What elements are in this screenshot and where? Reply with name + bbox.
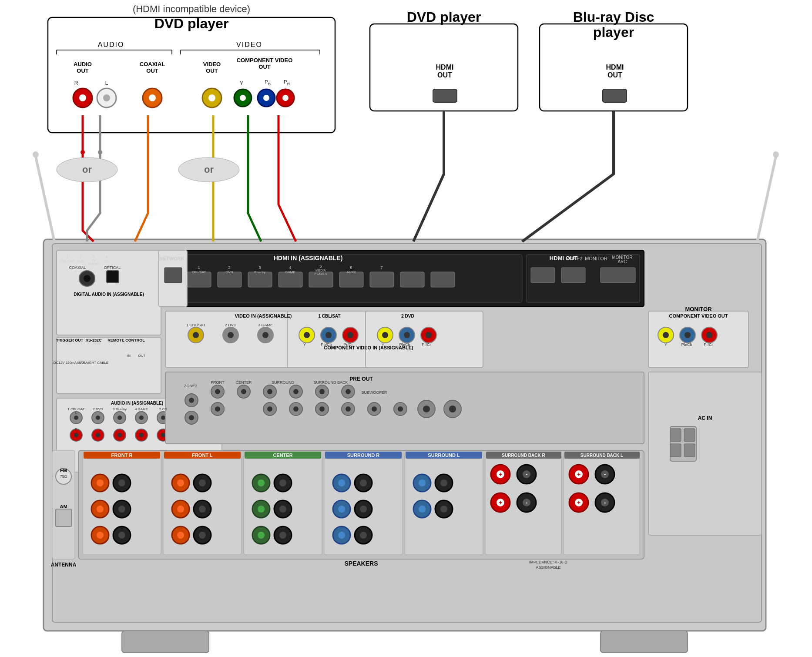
svg-text:player: player — [593, 24, 634, 40]
svg-text:2 DVD: 2 DVD — [225, 323, 237, 327]
svg-rect-209 — [56, 509, 71, 526]
svg-rect-14 — [52, 244, 762, 622]
svg-text:3: 3 — [92, 255, 94, 259]
svg-point-170 — [355, 526, 372, 544]
svg-rect-23 — [339, 272, 363, 287]
svg-point-188 — [491, 493, 510, 512]
svg-point-144 — [194, 526, 211, 544]
svg-point-231 — [282, 95, 289, 101]
svg-text:+: + — [577, 471, 580, 478]
svg-rect-146 — [244, 455, 322, 555]
svg-rect-120 — [83, 455, 161, 555]
svg-rect-22 — [309, 272, 333, 287]
svg-text:VIDEO: VIDEO — [236, 41, 262, 48]
svg-point-158 — [279, 532, 286, 539]
svg-text:SUBWOOFER: SUBWOOFER — [361, 390, 387, 395]
svg-text:-: - — [604, 499, 606, 506]
svg-rect-217 — [601, 631, 688, 653]
svg-point-66 — [70, 429, 82, 441]
svg-point-32 — [84, 275, 91, 282]
svg-text:+: + — [577, 499, 580, 506]
svg-text:MONITOR: MONITOR — [585, 256, 607, 261]
svg-text:L: L — [105, 80, 108, 86]
svg-point-58 — [680, 327, 695, 343]
svg-point-75 — [117, 433, 122, 437]
svg-point-168 — [333, 526, 350, 544]
svg-point-204 — [595, 493, 614, 512]
svg-point-57 — [663, 332, 669, 338]
svg-text:P: P — [265, 79, 268, 84]
svg-point-150 — [279, 479, 286, 486]
svg-point-53 — [421, 327, 436, 343]
svg-point-237 — [98, 150, 102, 154]
svg-point-92 — [215, 406, 220, 412]
svg-point-202 — [575, 499, 583, 506]
svg-point-169 — [338, 532, 345, 539]
svg-point-155 — [252, 526, 270, 544]
svg-point-11 — [33, 151, 39, 158]
svg-point-13 — [773, 151, 779, 158]
svg-point-49 — [377, 327, 393, 343]
svg-point-56 — [658, 327, 674, 343]
svg-point-154 — [279, 506, 286, 513]
svg-point-149 — [274, 474, 292, 492]
svg-point-37 — [223, 327, 238, 343]
svg-point-135 — [177, 479, 184, 486]
svg-text:HDMI: HDMI — [436, 64, 454, 71]
svg-rect-133 — [163, 455, 242, 555]
svg-point-90 — [215, 389, 220, 394]
svg-rect-232 — [433, 89, 457, 102]
svg-point-43 — [304, 332, 310, 338]
svg-point-224 — [202, 88, 221, 107]
svg-point-131 — [113, 526, 131, 544]
svg-rect-63 — [57, 398, 222, 472]
svg-point-93 — [237, 385, 250, 398]
svg-point-87 — [185, 411, 198, 424]
svg-rect-24 — [370, 272, 394, 287]
svg-text:CENTER: CENTER — [235, 380, 252, 385]
svg-point-137 — [199, 479, 206, 486]
svg-point-98 — [267, 406, 272, 412]
svg-rect-17 — [527, 255, 640, 302]
svg-rect-215 — [684, 444, 695, 457]
svg-point-88 — [189, 415, 194, 420]
svg-point-82 — [157, 429, 169, 441]
svg-rect-3 — [540, 24, 688, 111]
svg-text:3 GAME: 3 GAME — [258, 323, 273, 327]
svg-text:4: 4 — [105, 255, 107, 259]
svg-rect-62 — [57, 337, 161, 394]
svg-rect-181 — [485, 455, 561, 555]
svg-point-116 — [423, 406, 430, 412]
svg-text:COAXIAL: COAXIAL — [140, 61, 165, 67]
svg-point-160 — [333, 474, 350, 492]
svg-text:ZONE2: ZONE2 — [567, 256, 583, 261]
svg-text:OUT: OUT — [146, 67, 158, 74]
svg-line-12 — [757, 157, 776, 241]
svg-point-31 — [79, 271, 95, 286]
svg-text:OUT: OUT — [138, 354, 146, 358]
svg-text:SURROUND R: SURROUND R — [347, 453, 380, 458]
svg-point-199 — [601, 470, 609, 478]
svg-text:B: B — [268, 82, 271, 86]
svg-text:VIDEO IN (ASSIGNABLE): VIDEO IN (ASSIGNABLE) — [235, 313, 292, 318]
svg-point-230 — [277, 89, 294, 107]
svg-point-136 — [194, 474, 211, 492]
svg-point-162 — [355, 474, 372, 492]
svg-text:IMPEDANCE: 4~16 Ω: IMPEDANCE: 4~16 Ω — [529, 560, 567, 564]
svg-rect-30 — [57, 250, 161, 335]
svg-point-101 — [289, 402, 302, 416]
svg-rect-212 — [670, 429, 681, 442]
svg-point-164 — [333, 500, 350, 518]
svg-text:AUDIO: AUDIO — [88, 262, 99, 266]
svg-text:ASSIGNABLE: ASSIGNABLE — [536, 565, 560, 570]
svg-point-122 — [97, 479, 104, 486]
svg-point-78 — [135, 429, 148, 441]
svg-text:-: - — [604, 471, 606, 478]
svg-point-108 — [346, 389, 351, 394]
svg-point-47 — [347, 332, 353, 338]
svg-point-110 — [346, 406, 351, 412]
svg-text:1 CBL/SAT: 1 CBL/SAT — [67, 407, 85, 411]
svg-point-163 — [360, 479, 367, 486]
svg-rect-41 — [287, 311, 405, 368]
svg-text:SPEAKERS: SPEAKERS — [344, 560, 378, 567]
